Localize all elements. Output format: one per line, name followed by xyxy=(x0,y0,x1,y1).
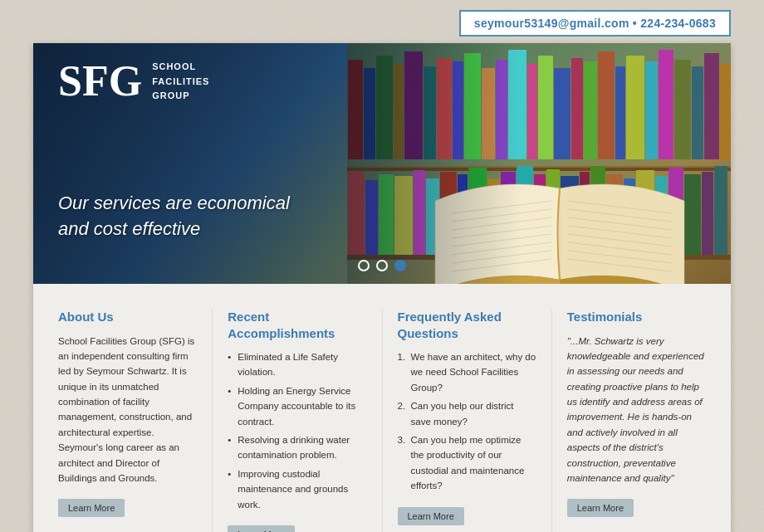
accomplishments-list: Eliminated a Life Safety violation. Hold… xyxy=(228,349,366,512)
testimonials-title: Testimonials xyxy=(567,309,706,325)
logo-sfg-text: SFG xyxy=(58,60,142,103)
carousel-dot-1[interactable] xyxy=(358,260,370,271)
faq-list: We have an architect, why do we need Sch… xyxy=(398,349,536,494)
contact-info: seymour53149@gmail.com • 224-234-0683 xyxy=(459,10,731,37)
about-us-learn-more-button[interactable]: Learn More xyxy=(58,499,125,517)
accomplishments-learn-more-button[interactable]: Learn More xyxy=(228,525,294,532)
main-container: SFG SCHOOL FACILITIES GROUP Our services… xyxy=(33,43,731,532)
hero-carousel-dots xyxy=(358,260,406,271)
logo-line1: SCHOOL xyxy=(152,60,209,75)
testimonials-learn-more-button[interactable]: Learn More xyxy=(567,499,634,517)
carousel-dot-3[interactable] xyxy=(394,260,406,271)
accomplishment-item-2: Holding an Energy Service Company accoun… xyxy=(228,383,366,429)
faq-column: Frequently Asked Questions We have an ar… xyxy=(383,309,552,532)
header-bar: seymour53149@gmail.com • 224-234-0683 xyxy=(0,0,764,43)
hero-section: SFG SCHOOL FACILITIES GROUP Our services… xyxy=(33,43,731,284)
testimonials-quote: "...Mr. Schwartz is very knowledgeable a… xyxy=(567,334,706,486)
accomplishment-item-4: Improving custodial maintenance and grou… xyxy=(228,466,366,512)
accomplishment-item-3: Resolving a drinking water contamination… xyxy=(228,432,366,463)
testimonials-column: Testimonials "...Mr. Schwartz is very kn… xyxy=(552,309,714,532)
accomplishments-title: Recent Accomplishments xyxy=(228,309,366,341)
faq-title: Frequently Asked Questions xyxy=(398,309,536,341)
faq-item-3: Can you help me optimize the productivit… xyxy=(398,432,536,494)
faq-item-1: We have an architect, why do we need Sch… xyxy=(398,349,536,395)
hero-tagline: Our services are economical and cost eff… xyxy=(58,191,290,242)
faq-learn-more-button[interactable]: Learn More xyxy=(398,507,464,525)
logo-line2: FACILITIES xyxy=(152,75,209,90)
tagline-line1: Our services are economical xyxy=(58,191,290,217)
faq-item-2: Can you help our district save money? xyxy=(398,398,536,429)
contact-email-phone: seymour53149@gmail.com • 224-234-0683 xyxy=(474,17,716,30)
about-us-body: School Facilities Group (SFG) is an inde… xyxy=(58,334,197,486)
logo-full-name: SCHOOL FACILITIES GROUP xyxy=(152,60,209,104)
accomplishments-column: Recent Accomplishments Eliminated a Life… xyxy=(213,309,382,532)
accomplishment-item-1: Eliminated a Life Safety violation. xyxy=(228,349,366,380)
content-section: About Us School Facilities Group (SFG) i… xyxy=(33,284,731,532)
hero-logo: SFG SCHOOL FACILITIES GROUP xyxy=(58,60,209,104)
about-us-column: About Us School Facilities Group (SFG) i… xyxy=(50,309,213,532)
tagline-line2: and cost effective xyxy=(58,217,290,242)
logo-line3: GROUP xyxy=(152,89,209,104)
about-us-title: About Us xyxy=(58,309,197,325)
carousel-dot-2[interactable] xyxy=(376,260,388,271)
